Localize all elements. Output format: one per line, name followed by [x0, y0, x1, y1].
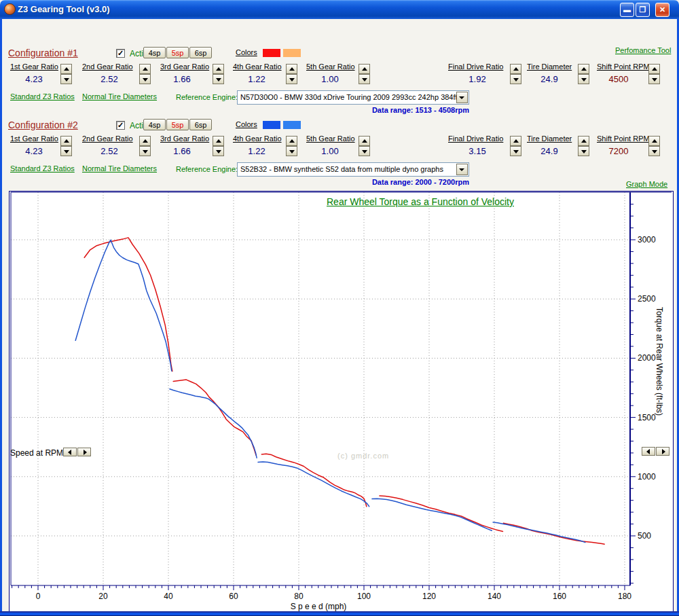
config2-field-label-3[interactable]: 3rd Gear Ratio [160, 134, 209, 143]
config2-5sp-button[interactable]: 5sp [166, 119, 189, 130]
config2-title[interactable]: Configuration #2 [8, 120, 78, 130]
config1-color-swatch-2[interactable] [283, 49, 301, 57]
window-border-bottom [0, 611, 679, 616]
spinner-down-icon[interactable] [510, 146, 521, 156]
spinner-down-icon[interactable] [213, 146, 224, 156]
config2-field-label-1[interactable]: 1st Gear Ratio [10, 134, 58, 143]
config1-active-checkbox[interactable]: ✓ [116, 49, 125, 58]
config2-field-value-8: 7200 [598, 146, 639, 156]
spinner-down-icon[interactable] [286, 74, 297, 84]
bottom-right-left-arrow-icon[interactable] [642, 447, 655, 456]
config2-active-checkbox[interactable]: ✓ [116, 121, 125, 130]
spinner-down-icon[interactable] [359, 146, 370, 156]
spinner-up-icon[interactable] [578, 136, 589, 146]
title-bar[interactable]: Z3 Gearing Tool (v3.0) ▬ ❒ ✕ [0, 0, 679, 19]
config2-standard-ratios-link[interactable]: Standard Z3 Ratios [10, 164, 75, 173]
config2-colors-label[interactable]: Colors [236, 120, 257, 128]
spinner-up-icon[interactable] [139, 136, 151, 146]
spinner-up-icon[interactable] [286, 136, 297, 146]
config1-title[interactable]: Configuration #1 [8, 48, 78, 58]
config1-spinner-2 [139, 64, 151, 84]
config2-field-label-6[interactable]: Final Drive Ratio [448, 134, 503, 143]
spinner-up-icon[interactable] [60, 136, 72, 146]
config1-tire-diameters-link[interactable]: Normal Tire Diameters [82, 92, 157, 101]
config2-tire-diameters-link[interactable]: Normal Tire Diameters [82, 164, 157, 173]
spinner-down-icon[interactable] [359, 74, 370, 84]
maximize-button-icon[interactable]: ❒ [636, 3, 650, 17]
spinner-down-icon[interactable] [139, 146, 151, 156]
svg-text:120: 120 [422, 592, 436, 601]
config1-engine-dropdown[interactable]: N57D30O0 - BMW 330d xDrive Touring 2009 … [237, 90, 469, 105]
spinner-up-icon[interactable] [510, 136, 521, 146]
graph-mode-link[interactable]: Graph Mode [626, 180, 667, 188]
config1-4sp-button[interactable]: 4sp [143, 47, 166, 58]
config1-6sp-button[interactable]: 6sp [189, 47, 212, 58]
config2-field-label-2[interactable]: 2nd Gear Ratio [82, 134, 133, 143]
spinner-down-icon[interactable] [139, 74, 151, 84]
config2-color-swatch-2[interactable] [283, 121, 301, 129]
config2-field-label-8[interactable]: Shift Point RPM : [597, 134, 654, 143]
spinner-up-icon[interactable] [139, 64, 151, 74]
spinner-down-icon[interactable] [60, 146, 72, 156]
config1-field-label-2[interactable]: 2nd Gear Ratio [82, 62, 133, 71]
spinner-down-icon[interactable] [648, 146, 660, 156]
config1-spinner-7 [578, 64, 589, 84]
spinner-down-icon[interactable] [648, 74, 660, 84]
bottom-right-right-arrow-icon[interactable] [656, 447, 669, 456]
config2-6sp-button[interactable]: 6sp [189, 119, 212, 130]
svg-text:1500: 1500 [638, 413, 656, 422]
config2-spinner-3 [213, 136, 224, 156]
config1-field-value-6: 1.92 [457, 74, 498, 84]
config1-engine-dropdown-arrow-icon[interactable] [456, 92, 468, 103]
svg-text:2000: 2000 [638, 353, 656, 363]
spinner-up-icon[interactable] [578, 64, 589, 74]
config1-field-label-6[interactable]: Final Drive Ratio [448, 62, 503, 71]
config2-field-value-4: 1.22 [236, 146, 277, 156]
close-button-icon[interactable]: ✕ [655, 3, 669, 17]
config1-spinner-5 [359, 64, 370, 84]
spinner-up-icon[interactable] [286, 64, 297, 74]
config2-field-label-7[interactable]: Tire Diameter [527, 134, 572, 143]
spinner-up-icon[interactable] [60, 64, 72, 74]
config1-spinner-1 [60, 64, 72, 84]
config1-field-label-1[interactable]: 1st Gear Ratio [10, 62, 58, 71]
svg-text:180: 180 [618, 592, 631, 601]
config1-field-value-5: 1.00 [310, 74, 350, 84]
config2-engine-dropdown[interactable]: S52B32 - BMW synthetic S52 data from mul… [237, 162, 469, 177]
config2-color-swatch-1[interactable] [263, 121, 280, 129]
config1-field-label-3[interactable]: 3rd Gear Ratio [160, 62, 209, 71]
speed-rpm-left-arrow-icon[interactable] [63, 448, 77, 456]
config2-field-value-3: 1.66 [162, 146, 202, 156]
speed-rpm-right-arrow-icon[interactable] [77, 448, 91, 456]
spinner-down-icon[interactable] [286, 146, 297, 156]
spinner-down-icon[interactable] [578, 74, 589, 84]
spinner-up-icon[interactable] [213, 136, 224, 146]
config2-field-label-5[interactable]: 5th Gear Ratio [306, 134, 355, 143]
config1-5sp-button[interactable]: 5sp [166, 47, 189, 58]
minimize-button-icon[interactable]: ▬ [620, 3, 634, 17]
spinner-down-icon[interactable] [60, 74, 72, 84]
spinner-up-icon[interactable] [648, 136, 660, 146]
config1-field-label-4[interactable]: 4th Gear Ratio [233, 62, 282, 71]
config1-field-label-8[interactable]: Shift Point RPM : [597, 62, 654, 71]
spinner-down-icon[interactable] [578, 146, 589, 156]
spinner-up-icon[interactable] [359, 64, 370, 74]
config1-reference-engine-label: Reference Engine: [176, 93, 238, 101]
config2-4sp-button[interactable]: 4sp [143, 119, 166, 130]
config1-color-swatch-1[interactable] [263, 49, 280, 57]
config2-spinner-2 [139, 136, 151, 156]
speed-at-rpm-label: Speed at RPM : [10, 448, 68, 458]
spinner-up-icon[interactable] [648, 64, 660, 74]
spinner-down-icon[interactable] [510, 74, 521, 84]
config1-standard-ratios-link[interactable]: Standard Z3 Ratios [10, 92, 75, 101]
spinner-down-icon[interactable] [213, 74, 224, 84]
spinner-up-icon[interactable] [510, 64, 521, 74]
spinner-up-icon[interactable] [359, 136, 370, 146]
config2-engine-dropdown-arrow-icon[interactable] [456, 164, 468, 175]
config1-field-label-5[interactable]: 5th Gear Ratio [306, 62, 355, 71]
config1-field-label-7[interactable]: Tire Diameter [527, 62, 572, 71]
config2-field-label-4[interactable]: 4th Gear Ratio [233, 134, 282, 143]
spinner-up-icon[interactable] [213, 64, 224, 74]
config1-colors-label[interactable]: Colors [236, 48, 257, 56]
performance-tool-link[interactable]: Perfomance Tool [615, 46, 671, 54]
